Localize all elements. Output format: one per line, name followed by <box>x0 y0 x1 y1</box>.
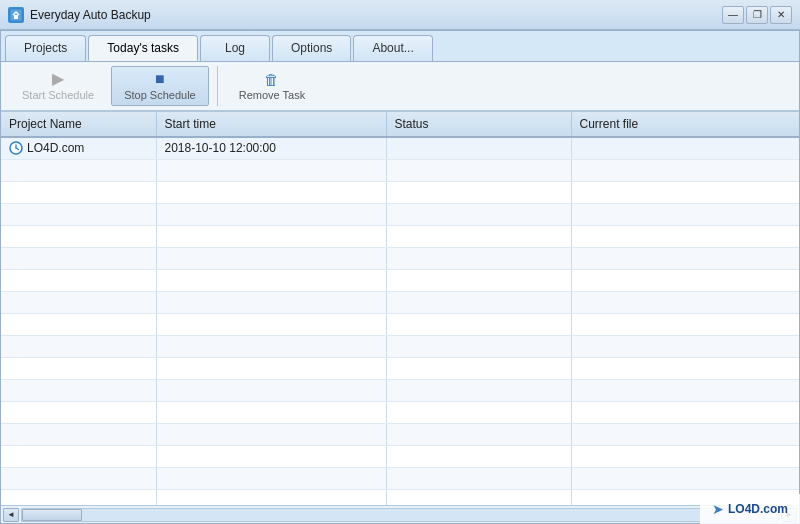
table-row-empty <box>1 313 799 335</box>
cell-empty <box>386 247 571 269</box>
lo4d-arrow-icon: ➤ <box>712 501 724 517</box>
cell-empty <box>156 335 386 357</box>
cell-empty <box>386 401 571 423</box>
scroll-thumb[interactable] <box>22 509 82 521</box>
scroll-left-button[interactable]: ◄ <box>3 508 19 522</box>
restore-button[interactable]: ❐ <box>746 6 768 24</box>
svg-rect-1 <box>14 15 18 19</box>
table-header-row: Project Name Start time Status Current f… <box>1 112 799 137</box>
toolbar: ▶ Start Schedule ■ Stop Schedule 🗑 Remov… <box>1 62 799 111</box>
cell-empty <box>156 357 386 379</box>
cell-empty <box>386 379 571 401</box>
tab-todays-tasks[interactable]: Today's tasks <box>88 35 198 61</box>
cell-empty <box>1 335 156 357</box>
cell-empty <box>1 357 156 379</box>
cell-empty <box>571 401 799 423</box>
cell-empty <box>571 269 799 291</box>
cell-empty <box>386 225 571 247</box>
cell-empty <box>386 159 571 181</box>
cell-empty <box>386 269 571 291</box>
task-table: Project Name Start time Status Current f… <box>1 112 799 505</box>
table-row-empty <box>1 379 799 401</box>
cell-empty <box>1 313 156 335</box>
cell-empty <box>386 203 571 225</box>
cell-empty <box>1 181 156 203</box>
table-row[interactable]: LO4D.com 2018-10-10 12:00:00 <box>1 137 799 159</box>
cell-empty <box>571 203 799 225</box>
horizontal-scrollbar[interactable]: ◄ ► <box>1 505 799 523</box>
cell-empty <box>156 379 386 401</box>
remove-task-icon: 🗑 <box>264 72 279 87</box>
cell-empty <box>386 423 571 445</box>
remove-task-button[interactable]: 🗑 Remove Task <box>226 67 318 106</box>
task-table-container[interactable]: Project Name Start time Status Current f… <box>1 111 799 505</box>
cell-empty <box>386 467 571 489</box>
title-bar-controls: — ❐ ✕ <box>722 6 792 24</box>
cell-empty <box>1 401 156 423</box>
stop-schedule-button[interactable]: ■ Stop Schedule <box>111 66 209 106</box>
cell-empty <box>1 159 156 181</box>
col-header-status: Status <box>386 112 571 137</box>
cell-empty <box>1 467 156 489</box>
table-row-empty <box>1 203 799 225</box>
cell-empty <box>1 203 156 225</box>
tab-options[interactable]: Options <box>272 35 351 61</box>
cell-project-name: LO4D.com <box>1 137 156 159</box>
cell-empty <box>386 445 571 467</box>
close-button[interactable]: ✕ <box>770 6 792 24</box>
table-row-empty <box>1 181 799 203</box>
cell-empty <box>386 313 571 335</box>
cell-empty <box>571 445 799 467</box>
cell-empty <box>571 181 799 203</box>
cell-empty <box>156 225 386 247</box>
table-row-empty <box>1 401 799 423</box>
cell-empty <box>571 335 799 357</box>
cell-empty <box>156 269 386 291</box>
cell-empty <box>1 225 156 247</box>
stop-schedule-label: Stop Schedule <box>124 89 196 101</box>
cell-empty <box>1 423 156 445</box>
cell-empty <box>571 225 799 247</box>
cell-empty <box>571 291 799 313</box>
col-header-project-name: Project Name <box>1 112 156 137</box>
table-row-empty <box>1 357 799 379</box>
table-row-empty <box>1 291 799 313</box>
cell-empty <box>386 291 571 313</box>
start-schedule-label: Start Schedule <box>22 89 94 101</box>
cell-empty <box>156 423 386 445</box>
cell-empty <box>156 291 386 313</box>
cell-empty <box>1 291 156 313</box>
cell-empty <box>156 445 386 467</box>
lo4d-text: LO4D.com <box>728 502 788 516</box>
col-header-current-file: Current file <box>571 112 799 137</box>
cell-empty <box>1 247 156 269</box>
cell-empty <box>571 313 799 335</box>
cell-empty <box>156 159 386 181</box>
cell-empty <box>156 181 386 203</box>
cell-empty <box>1 269 156 291</box>
cell-empty <box>1 379 156 401</box>
title-bar-left: Everyday Auto Backup <box>8 7 151 23</box>
tab-about[interactable]: About... <box>353 35 432 61</box>
app-icon <box>8 7 24 23</box>
table-row-empty <box>1 335 799 357</box>
main-window: Projects Today's tasks Log Options About… <box>0 30 800 524</box>
cell-empty <box>571 159 799 181</box>
tab-projects[interactable]: Projects <box>5 35 86 61</box>
cell-empty <box>1 489 156 505</box>
cell-empty <box>571 467 799 489</box>
cell-current-file <box>571 137 799 159</box>
minimize-button[interactable]: — <box>722 6 744 24</box>
col-header-start-time: Start time <box>156 112 386 137</box>
tab-bar: Projects Today's tasks Log Options About… <box>1 31 799 62</box>
cell-empty <box>386 489 571 505</box>
table-row-empty <box>1 467 799 489</box>
table-row-empty <box>1 445 799 467</box>
cell-empty <box>571 423 799 445</box>
start-schedule-button[interactable]: ▶ Start Schedule <box>9 66 107 106</box>
scroll-track[interactable] <box>21 508 779 522</box>
tab-log[interactable]: Log <box>200 35 270 61</box>
cell-empty <box>386 181 571 203</box>
cell-empty <box>1 445 156 467</box>
stop-schedule-icon: ■ <box>155 71 165 87</box>
